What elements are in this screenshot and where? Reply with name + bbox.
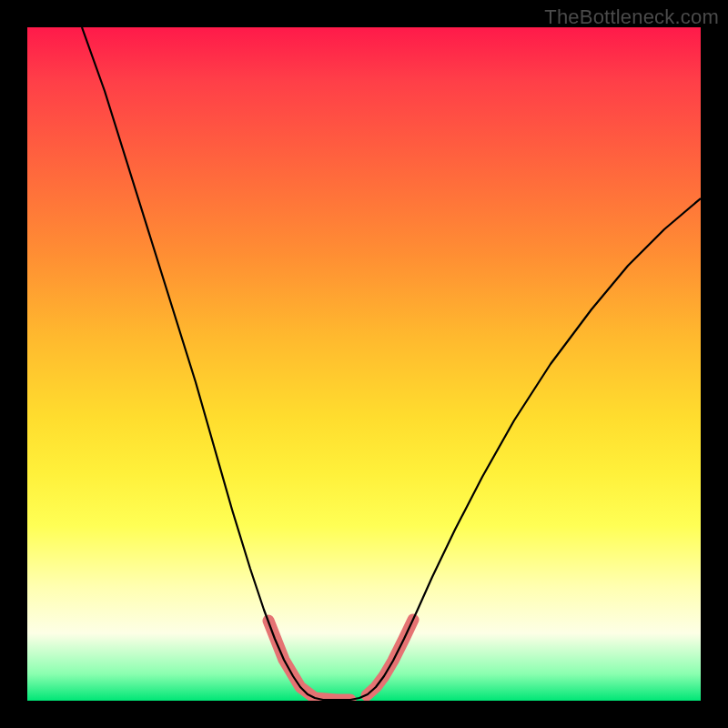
highlight-right-segment <box>367 620 413 695</box>
chart-frame: TheBottleneck.com <box>0 0 728 728</box>
highlight-left-segment <box>268 621 350 700</box>
curve-layer <box>27 27 701 701</box>
bottleneck-curve <box>82 27 701 700</box>
watermark-text: TheBottleneck.com <box>544 5 719 29</box>
plot-area <box>27 27 701 701</box>
